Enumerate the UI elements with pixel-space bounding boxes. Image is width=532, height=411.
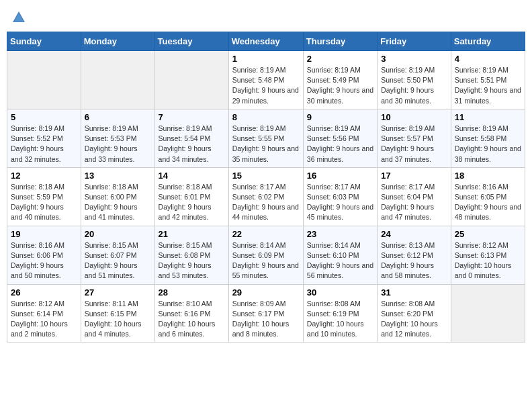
day-number: 20 (85, 229, 151, 239)
day-cell-12: 12Sunrise: 8:18 AMSunset: 5:59 PMDayligh… (7, 167, 81, 226)
day-number: 9 (307, 112, 373, 122)
day-cell-1: 1Sunrise: 8:19 AMSunset: 5:48 PMDaylight… (228, 51, 303, 109)
day-number: 1 (232, 54, 300, 64)
calendar-body: 1Sunrise: 8:19 AMSunset: 5:48 PMDaylight… (7, 51, 525, 342)
day-info: Sunrise: 8:19 AMSunset: 5:52 PMDaylight:… (11, 124, 77, 165)
day-number: 8 (232, 112, 300, 122)
calendar-table: Sunday Monday Tuesday Wednesday Thursday… (7, 32, 525, 342)
day-info: Sunrise: 8:14 AMSunset: 6:10 PMDaylight:… (307, 240, 373, 281)
day-number: 4 (455, 54, 521, 64)
day-number: 11 (455, 112, 521, 122)
day-cell-18: 18Sunrise: 8:16 AMSunset: 6:05 PMDayligh… (451, 167, 525, 226)
day-cell-11: 11Sunrise: 8:19 AMSunset: 5:58 PMDayligh… (451, 109, 525, 167)
day-cell-25: 25Sunrise: 8:12 AMSunset: 6:13 PMDayligh… (451, 226, 525, 284)
day-number: 23 (307, 229, 373, 239)
day-info: Sunrise: 8:18 AMSunset: 5:59 PMDaylight:… (11, 182, 77, 223)
day-info: Sunrise: 8:19 AMSunset: 5:51 PMDaylight:… (455, 65, 521, 106)
day-info: Sunrise: 8:08 AMSunset: 6:19 PMDaylight:… (307, 299, 373, 340)
day-info: Sunrise: 8:19 AMSunset: 5:49 PMDaylight:… (307, 65, 373, 106)
day-cell-2: 2Sunrise: 8:19 AMSunset: 5:49 PMDaylight… (303, 51, 377, 109)
day-cell-30: 30Sunrise: 8:08 AMSunset: 6:19 PMDayligh… (303, 284, 377, 342)
day-number: 30 (307, 287, 373, 298)
day-number: 5 (11, 112, 77, 122)
day-cell-13: 13Sunrise: 8:18 AMSunset: 6:00 PMDayligh… (81, 167, 154, 226)
day-info: Sunrise: 8:18 AMSunset: 6:01 PMDaylight:… (159, 182, 225, 223)
day-number: 31 (381, 287, 447, 298)
day-cell-14: 14Sunrise: 8:18 AMSunset: 6:01 PMDayligh… (154, 167, 228, 226)
day-number: 3 (381, 54, 447, 64)
day-info: Sunrise: 8:18 AMSunset: 6:00 PMDaylight:… (85, 182, 151, 223)
day-cell-28: 28Sunrise: 8:10 AMSunset: 6:16 PMDayligh… (154, 284, 228, 342)
day-info: Sunrise: 8:17 AMSunset: 6:04 PMDaylight:… (381, 182, 447, 223)
day-info: Sunrise: 8:12 AMSunset: 6:13 PMDaylight:… (455, 240, 521, 281)
day-cell-9: 9Sunrise: 8:19 AMSunset: 5:56 PMDaylight… (303, 109, 377, 167)
day-cell-8: 8Sunrise: 8:19 AMSunset: 5:55 PMDaylight… (228, 109, 303, 167)
day-info: Sunrise: 8:15 AMSunset: 6:07 PMDaylight:… (85, 240, 151, 281)
header-row: Sunday Monday Tuesday Wednesday Thursday… (7, 32, 525, 51)
day-cell-4: 4Sunrise: 8:19 AMSunset: 5:51 PMDaylight… (451, 51, 525, 109)
day-cell-24: 24Sunrise: 8:13 AMSunset: 6:12 PMDayligh… (378, 226, 451, 284)
day-cell-26: 26Sunrise: 8:12 AMSunset: 6:14 PMDayligh… (7, 284, 81, 342)
header-wednesday: Wednesday (228, 32, 303, 51)
day-cell-29: 29Sunrise: 8:09 AMSunset: 6:17 PMDayligh… (228, 284, 303, 342)
day-cell-31: 31Sunrise: 8:08 AMSunset: 6:20 PMDayligh… (378, 284, 451, 342)
day-cell-27: 27Sunrise: 8:11 AMSunset: 6:15 PMDayligh… (81, 284, 154, 342)
day-cell-3: 3Sunrise: 8:19 AMSunset: 5:50 PMDaylight… (378, 51, 451, 109)
week-row-5: 26Sunrise: 8:12 AMSunset: 6:14 PMDayligh… (7, 284, 525, 342)
day-number: 16 (307, 171, 373, 181)
day-info: Sunrise: 8:19 AMSunset: 5:53 PMDaylight:… (85, 124, 151, 165)
day-cell-16: 16Sunrise: 8:17 AMSunset: 6:03 PMDayligh… (303, 167, 377, 226)
day-number: 19 (11, 229, 77, 239)
day-info: Sunrise: 8:08 AMSunset: 6:20 PMDaylight:… (381, 299, 447, 340)
day-number: 12 (11, 171, 77, 181)
day-info: Sunrise: 8:19 AMSunset: 5:54 PMDaylight:… (159, 124, 225, 165)
day-info: Sunrise: 8:17 AMSunset: 6:03 PMDaylight:… (307, 182, 373, 223)
day-number: 26 (11, 287, 77, 298)
day-number: 17 (381, 171, 447, 181)
header-tuesday: Tuesday (154, 32, 228, 51)
day-info: Sunrise: 8:12 AMSunset: 6:14 PMDaylight:… (11, 299, 77, 340)
day-cell-19: 19Sunrise: 8:16 AMSunset: 6:06 PMDayligh… (7, 226, 81, 284)
header-friday: Friday (378, 32, 451, 51)
day-info: Sunrise: 8:19 AMSunset: 5:56 PMDaylight:… (307, 124, 373, 165)
day-number: 29 (232, 287, 300, 298)
day-info: Sunrise: 8:11 AMSunset: 6:15 PMDaylight:… (85, 299, 151, 340)
day-number: 18 (455, 171, 521, 181)
day-cell-5: 5Sunrise: 8:19 AMSunset: 5:52 PMDaylight… (7, 109, 81, 167)
day-number: 22 (232, 229, 300, 239)
week-row-4: 19Sunrise: 8:16 AMSunset: 6:06 PMDayligh… (7, 226, 525, 284)
day-cell-6: 6Sunrise: 8:19 AMSunset: 5:53 PMDaylight… (81, 109, 154, 167)
day-cell-20: 20Sunrise: 8:15 AMSunset: 6:07 PMDayligh… (81, 226, 154, 284)
day-number: 7 (159, 112, 225, 122)
day-number: 10 (381, 112, 447, 122)
day-info: Sunrise: 8:09 AMSunset: 6:17 PMDaylight:… (232, 299, 300, 340)
day-number: 13 (85, 171, 151, 181)
day-info: Sunrise: 8:16 AMSunset: 6:05 PMDaylight:… (455, 182, 521, 223)
day-cell-17: 17Sunrise: 8:17 AMSunset: 6:04 PMDayligh… (378, 167, 451, 226)
week-row-3: 12Sunrise: 8:18 AMSunset: 5:59 PMDayligh… (7, 167, 525, 226)
logo-icon (11, 10, 26, 25)
day-info: Sunrise: 8:10 AMSunset: 6:16 PMDaylight:… (159, 299, 225, 340)
day-cell-empty (154, 51, 228, 109)
day-cell-23: 23Sunrise: 8:14 AMSunset: 6:10 PMDayligh… (303, 226, 377, 284)
day-number: 27 (85, 287, 151, 298)
week-row-2: 5Sunrise: 8:19 AMSunset: 5:52 PMDaylight… (7, 109, 525, 167)
day-info: Sunrise: 8:17 AMSunset: 6:02 PMDaylight:… (232, 182, 300, 223)
header-monday: Monday (81, 32, 154, 51)
day-info: Sunrise: 8:19 AMSunset: 5:58 PMDaylight:… (455, 124, 521, 165)
day-cell-empty (81, 51, 154, 109)
week-row-1: 1Sunrise: 8:19 AMSunset: 5:48 PMDaylight… (7, 51, 525, 109)
day-info: Sunrise: 8:19 AMSunset: 5:50 PMDaylight:… (381, 65, 447, 106)
day-info: Sunrise: 8:16 AMSunset: 6:06 PMDaylight:… (11, 240, 77, 281)
day-info: Sunrise: 8:19 AMSunset: 5:48 PMDaylight:… (232, 65, 300, 106)
day-number: 21 (159, 229, 225, 239)
day-cell-7: 7Sunrise: 8:19 AMSunset: 5:54 PMDaylight… (154, 109, 228, 167)
day-number: 24 (381, 229, 447, 239)
header-sunday: Sunday (7, 32, 81, 51)
logo (10, 10, 26, 25)
day-number: 25 (455, 229, 521, 239)
day-cell-15: 15Sunrise: 8:17 AMSunset: 6:02 PMDayligh… (228, 167, 303, 226)
day-number: 6 (85, 112, 151, 122)
page-header (7, 7, 525, 25)
day-number: 28 (159, 287, 225, 298)
